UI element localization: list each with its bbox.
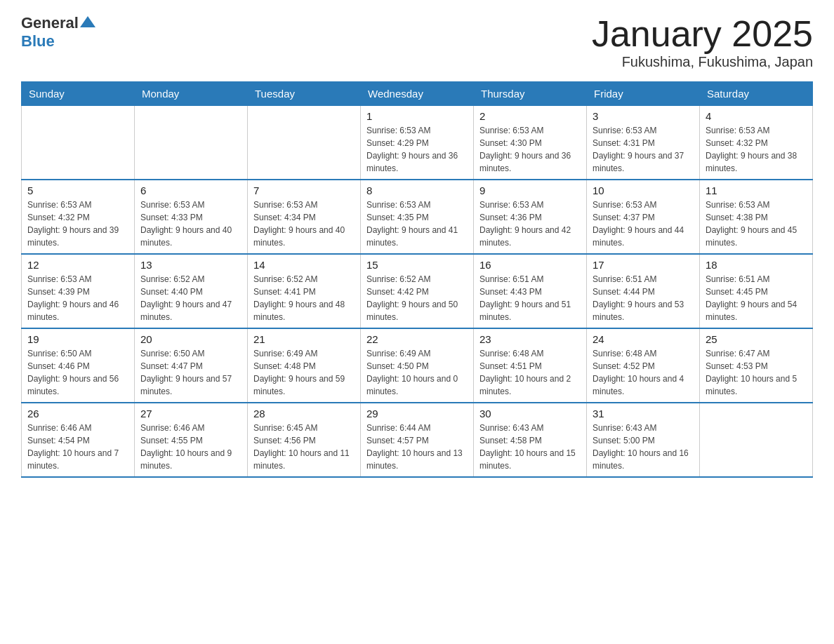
calendar-header-row: Sunday Monday Tuesday Wednesday Thursday… (22, 82, 813, 106)
table-row: 22Sunrise: 6:49 AMSunset: 4:50 PMDayligh… (361, 328, 474, 403)
day-info: Sunrise: 6:43 AMSunset: 4:58 PMDaylight:… (479, 422, 581, 472)
day-number: 17 (593, 259, 694, 271)
day-number: 22 (366, 333, 468, 345)
day-number: 18 (706, 259, 807, 271)
day-number: 16 (479, 259, 581, 271)
day-number: 29 (366, 408, 468, 420)
day-number: 11 (706, 185, 807, 196)
day-info: Sunrise: 6:51 AMSunset: 4:45 PMDaylight:… (706, 273, 807, 323)
day-info: Sunrise: 6:53 AMSunset: 4:36 PMDaylight:… (479, 199, 581, 249)
day-info: Sunrise: 6:53 AMSunset: 4:37 PMDaylight:… (593, 199, 694, 249)
table-row (22, 106, 135, 180)
day-info: Sunrise: 6:51 AMSunset: 4:44 PMDaylight:… (593, 273, 694, 323)
logo-triangle-icon (80, 15, 95, 29)
day-info: Sunrise: 6:47 AMSunset: 4:53 PMDaylight:… (706, 347, 807, 398)
logo-general-text: General (21, 14, 79, 32)
day-number: 28 (253, 408, 355, 420)
day-info: Sunrise: 6:45 AMSunset: 4:56 PMDaylight:… (253, 422, 355, 472)
day-number: 25 (706, 333, 807, 345)
day-number: 21 (253, 333, 355, 345)
table-row (135, 106, 248, 180)
day-info: Sunrise: 6:53 AMSunset: 4:35 PMDaylight:… (366, 199, 468, 249)
day-info: Sunrise: 6:53 AMSunset: 4:31 PMDaylight:… (593, 124, 694, 175)
table-row: 16Sunrise: 6:51 AMSunset: 4:43 PMDayligh… (474, 254, 587, 328)
table-row: 8Sunrise: 6:53 AMSunset: 4:35 PMDaylight… (361, 180, 474, 254)
logo-blue-text: Blue (21, 32, 55, 51)
table-row: 26Sunrise: 6:46 AMSunset: 4:54 PMDayligh… (22, 403, 135, 477)
day-info: Sunrise: 6:53 AMSunset: 4:38 PMDaylight:… (706, 199, 807, 249)
day-number: 27 (140, 408, 241, 420)
table-row: 4Sunrise: 6:53 AMSunset: 4:32 PMDaylight… (700, 106, 813, 180)
day-number: 12 (27, 259, 128, 271)
day-info: Sunrise: 6:44 AMSunset: 4:57 PMDaylight:… (366, 422, 468, 472)
day-number: 7 (253, 185, 355, 196)
day-number: 10 (593, 185, 694, 196)
calendar-week-row: 5Sunrise: 6:53 AMSunset: 4:32 PMDaylight… (22, 180, 813, 254)
col-sunday: Sunday (22, 82, 135, 106)
calendar-week-row: 26Sunrise: 6:46 AMSunset: 4:54 PMDayligh… (22, 403, 813, 477)
day-info: Sunrise: 6:52 AMSunset: 4:40 PMDaylight:… (140, 273, 241, 323)
day-number: 24 (593, 333, 694, 345)
col-tuesday: Tuesday (248, 82, 361, 106)
day-info: Sunrise: 6:53 AMSunset: 4:32 PMDaylight:… (706, 124, 807, 175)
table-row: 20Sunrise: 6:50 AMSunset: 4:47 PMDayligh… (135, 328, 248, 403)
day-number: 5 (27, 185, 128, 196)
logo-row2: Blue (21, 32, 95, 51)
table-row: 21Sunrise: 6:49 AMSunset: 4:48 PMDayligh… (248, 328, 361, 403)
day-number: 2 (479, 110, 581, 122)
col-monday: Monday (135, 82, 248, 106)
day-number: 20 (140, 333, 241, 345)
day-number: 1 (366, 110, 468, 122)
table-row: 30Sunrise: 6:43 AMSunset: 4:58 PMDayligh… (474, 403, 587, 477)
day-info: Sunrise: 6:53 AMSunset: 4:32 PMDaylight:… (27, 199, 128, 249)
table-row: 25Sunrise: 6:47 AMSunset: 4:53 PMDayligh… (700, 328, 813, 403)
table-row (248, 106, 361, 180)
day-number: 23 (479, 333, 581, 345)
table-row: 3Sunrise: 6:53 AMSunset: 4:31 PMDaylight… (587, 106, 700, 180)
table-row: 5Sunrise: 6:53 AMSunset: 4:32 PMDaylight… (22, 180, 135, 254)
day-number: 14 (253, 259, 355, 271)
table-row: 9Sunrise: 6:53 AMSunset: 4:36 PMDaylight… (474, 180, 587, 254)
page-header: General Blue January 2025 Fukushima, Fuk… (21, 14, 813, 70)
logo-row1: General (21, 14, 95, 32)
col-friday: Friday (587, 82, 700, 106)
table-row: 10Sunrise: 6:53 AMSunset: 4:37 PMDayligh… (587, 180, 700, 254)
title-block: January 2025 Fukushima, Fukushima, Japan (592, 14, 813, 70)
table-row: 18Sunrise: 6:51 AMSunset: 4:45 PMDayligh… (700, 254, 813, 328)
calendar-table: Sunday Monday Tuesday Wednesday Thursday… (21, 81, 813, 478)
col-wednesday: Wednesday (361, 82, 474, 106)
day-number: 8 (366, 185, 468, 196)
table-row: 29Sunrise: 6:44 AMSunset: 4:57 PMDayligh… (361, 403, 474, 477)
day-info: Sunrise: 6:48 AMSunset: 4:51 PMDaylight:… (479, 347, 581, 398)
table-row: 17Sunrise: 6:51 AMSunset: 4:44 PMDayligh… (587, 254, 700, 328)
table-row: 6Sunrise: 6:53 AMSunset: 4:33 PMDaylight… (135, 180, 248, 254)
table-row: 13Sunrise: 6:52 AMSunset: 4:40 PMDayligh… (135, 254, 248, 328)
col-thursday: Thursday (474, 82, 587, 106)
day-info: Sunrise: 6:50 AMSunset: 4:47 PMDaylight:… (140, 347, 241, 398)
table-row: 31Sunrise: 6:43 AMSunset: 5:00 PMDayligh… (587, 403, 700, 477)
table-row: 28Sunrise: 6:45 AMSunset: 4:56 PMDayligh… (248, 403, 361, 477)
day-info: Sunrise: 6:53 AMSunset: 4:33 PMDaylight:… (140, 199, 241, 249)
day-info: Sunrise: 6:52 AMSunset: 4:41 PMDaylight:… (253, 273, 355, 323)
day-info: Sunrise: 6:51 AMSunset: 4:43 PMDaylight:… (479, 273, 581, 323)
table-row: 2Sunrise: 6:53 AMSunset: 4:30 PMDaylight… (474, 106, 587, 180)
day-number: 30 (479, 408, 581, 420)
day-info: Sunrise: 6:53 AMSunset: 4:34 PMDaylight:… (253, 199, 355, 249)
day-number: 19 (27, 333, 128, 345)
day-info: Sunrise: 6:53 AMSunset: 4:39 PMDaylight:… (27, 273, 128, 323)
day-number: 9 (479, 185, 581, 196)
calendar-week-row: 1Sunrise: 6:53 AMSunset: 4:29 PMDaylight… (22, 106, 813, 180)
day-number: 15 (366, 259, 468, 271)
day-number: 4 (706, 110, 807, 122)
table-row: 11Sunrise: 6:53 AMSunset: 4:38 PMDayligh… (700, 180, 813, 254)
calendar-week-row: 19Sunrise: 6:50 AMSunset: 4:46 PMDayligh… (22, 328, 813, 403)
day-info: Sunrise: 6:48 AMSunset: 4:52 PMDaylight:… (593, 347, 694, 398)
table-row: 24Sunrise: 6:48 AMSunset: 4:52 PMDayligh… (587, 328, 700, 403)
page-subtitle: Fukushima, Fukushima, Japan (592, 54, 813, 70)
table-row (700, 403, 813, 477)
day-number: 31 (593, 408, 694, 420)
day-info: Sunrise: 6:46 AMSunset: 4:55 PMDaylight:… (140, 422, 241, 472)
calendar-week-row: 12Sunrise: 6:53 AMSunset: 4:39 PMDayligh… (22, 254, 813, 328)
day-number: 26 (27, 408, 128, 420)
day-number: 13 (140, 259, 241, 271)
